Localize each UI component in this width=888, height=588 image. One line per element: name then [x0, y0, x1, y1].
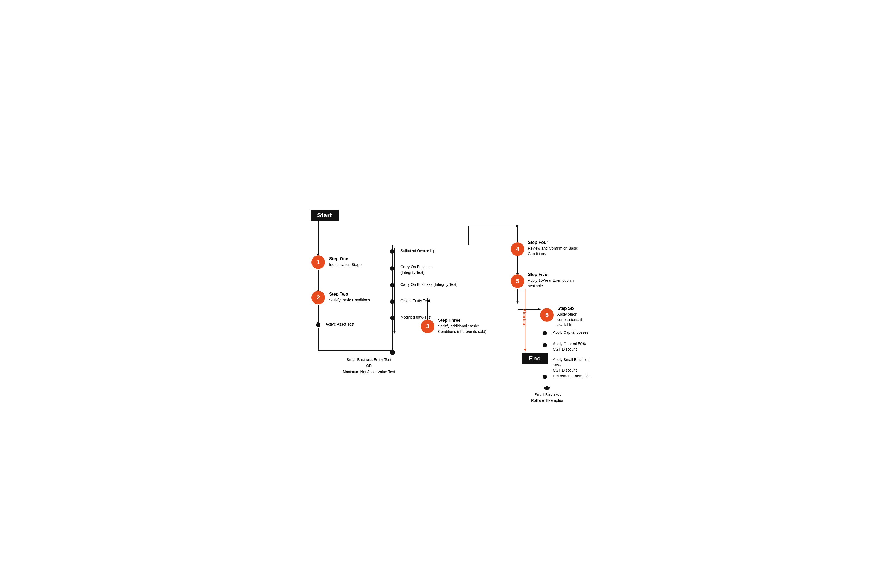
capital-losses-text: Apply Capital Losses [553, 330, 588, 335]
start-box: Start [310, 210, 339, 221]
step-1-desc: Identification Stage [329, 262, 362, 268]
svg-marker-13 [516, 225, 519, 227]
diagram-container: Start 1 Step One Identification Stage 2 … [294, 182, 594, 406]
step-6-desc: Apply other concessions, if available [557, 312, 594, 328]
sufficient-ownership-text: Sufficient Ownership [400, 248, 435, 254]
retirement-text: Retirement Exemption [553, 374, 591, 379]
step-3-title: Step Three [438, 318, 487, 323]
capital-losses-dot [543, 331, 547, 335]
step-4-label: Step Four Review and Confirm on Basic Co… [528, 240, 582, 256]
svg-marker-22 [516, 301, 519, 304]
general-50-text: Apply General 50% CGT Discount [553, 341, 586, 352]
step-2-desc: Satisfy Basic Conditions [329, 297, 370, 303]
step-6-label: Step Six Apply other concessions, if ava… [557, 306, 594, 328]
step-1-label: Step One Identification Stage [329, 256, 362, 268]
svg-marker-15 [393, 331, 396, 334]
step-2-title: Step Two [329, 292, 370, 297]
modified-80-dot [390, 300, 394, 304]
step-2-circle: 2 [311, 291, 325, 304]
object-entity-dot [390, 283, 394, 288]
general-50-dot [543, 343, 547, 347]
step-6-circle: 6 [540, 308, 554, 322]
rollover-half-circle [544, 387, 550, 390]
step-5-title: Step Five [528, 272, 582, 277]
active-asset-dot [316, 323, 320, 327]
end-box: End [522, 353, 548, 364]
step-1-title: Step One [329, 256, 362, 261]
active-asset-text: Active Asset Test [326, 322, 354, 327]
step-1-circle: 1 [311, 255, 325, 269]
eighty-test-text: Modified 80% Test [400, 315, 432, 320]
step-6-title: Step Six [557, 306, 594, 311]
small-biz-50-text: Apply Small Business 50% CGT Discount [553, 357, 594, 373]
svg-marker-24 [538, 308, 541, 310]
object-entity-text: Carry On Business (Integrity Test) [400, 282, 458, 288]
step-4-circle: 4 [511, 242, 524, 256]
step-3-label: Step Three Satisfy additional 'Basic' Co… [438, 318, 487, 334]
carry-on-dot [390, 266, 394, 271]
step-3-desc: Satisfy additional 'Basic' Conditions (s… [438, 324, 487, 334]
step-3-circle: 3 [421, 320, 435, 333]
retirement-dot [543, 375, 547, 379]
start-label: Start [317, 212, 332, 219]
sufficient-ownership-dot [390, 249, 394, 254]
sbe-test-text: Small Business Entity Test OR Maximum Ne… [343, 357, 395, 375]
modified-80-text: Object Entity Test [400, 298, 430, 304]
step-2-label: Step Two Satisfy Basic Conditions [329, 292, 370, 303]
rollover-text: Small Business Rollover Exemption [531, 392, 564, 404]
shortcut-label: Shortcut [522, 309, 526, 327]
step-5-circle: 5 [511, 274, 524, 288]
step-4-title: Step Four [528, 240, 582, 245]
svg-marker-26 [524, 349, 526, 352]
carry-on-text: Carry On Business (Integrity Test) [400, 264, 432, 276]
sbe-bottom-dot [390, 350, 395, 355]
step-5-label: Step Five Apply 15-Year Exemption, if av… [528, 272, 582, 288]
eighty-test-dot [390, 316, 394, 320]
end-label: End [529, 355, 541, 362]
step-4-desc: Review and Confirm on Basic Conditions [528, 246, 582, 256]
step-5-desc: Apply 15-Year Exemption, if available [528, 278, 582, 288]
